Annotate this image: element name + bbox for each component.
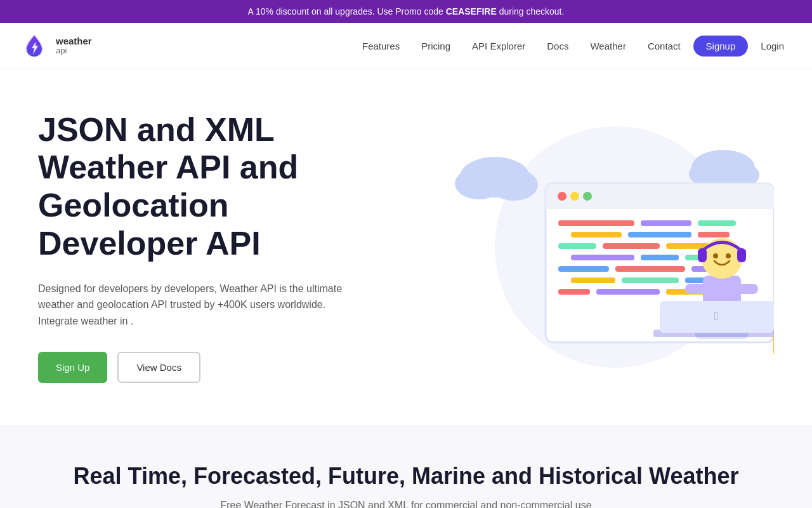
svg-point-37 <box>702 238 742 279</box>
logo-text: weather api <box>56 36 92 56</box>
svg-rect-24 <box>641 255 679 260</box>
bottom-subheading: Free Weather Forecast in JSON and XML fo… <box>25 500 787 508</box>
svg-rect-32 <box>558 289 590 295</box>
bottom-section: Real Time, Forecasted, Future, Marine an… <box>0 425 812 508</box>
svg-rect-33 <box>596 289 660 295</box>
svg-point-12 <box>570 192 579 201</box>
svg-rect-23 <box>571 255 634 260</box>
logo-name-bottom: api <box>56 46 92 55</box>
hero-buttons: Sign Up View Docs <box>38 352 368 383</box>
hero-svg:  <box>431 114 774 380</box>
nav-weather[interactable]: Weather <box>581 36 634 57</box>
svg-rect-17 <box>571 232 622 237</box>
svg-rect-41 <box>737 248 746 262</box>
svg-rect-20 <box>558 243 596 249</box>
svg-rect-40 <box>698 248 707 262</box>
svg-point-39 <box>726 253 731 258</box>
svg-point-4 <box>490 169 538 201</box>
promo-text-after: during checkout. <box>497 6 565 17</box>
hero-section: JSON and XML Weather API and Geolocation… <box>0 69 812 425</box>
svg-point-11 <box>558 192 566 201</box>
logo[interactable]: weather api <box>19 30 92 61</box>
hero-illustration:  <box>431 114 774 380</box>
svg-rect-15 <box>641 220 691 226</box>
svg-rect-26 <box>558 266 609 272</box>
svg-point-38 <box>713 253 718 258</box>
svg-rect-10 <box>546 197 774 209</box>
svg-rect-42 <box>685 284 707 294</box>
svg-point-13 <box>583 192 592 201</box>
nav-features[interactable]: Features <box>353 36 409 57</box>
nav-signup[interactable]: Signup <box>693 36 749 57</box>
nav-contact[interactable]: Contact <box>639 36 690 57</box>
svg-rect-30 <box>622 277 679 283</box>
nav-api-explorer[interactable]: API Explorer <box>463 36 534 57</box>
hero-text: JSON and XML Weather API and Geolocation… <box>38 111 368 384</box>
svg-rect-27 <box>615 266 685 272</box>
main-nav: Features Pricing API Explorer Docs Weath… <box>353 36 793 57</box>
svg-rect-19 <box>698 232 730 237</box>
logo-name-top: weather <box>56 36 92 47</box>
nav-pricing[interactable]: Pricing <box>412 36 459 57</box>
logo-icon <box>19 30 49 61</box>
signup-button[interactable]: Sign Up <box>38 352 107 383</box>
svg-rect-18 <box>628 232 691 237</box>
hero-description: Designed for developers by developers, W… <box>38 281 368 330</box>
nav-docs[interactable]: Docs <box>538 36 577 57</box>
bottom-heading: Real Time, Forecasted, Future, Marine an… <box>25 463 787 490</box>
svg-rect-14 <box>558 220 634 226</box>
svg-rect-29 <box>571 277 615 283</box>
promo-code: CEASEFIRE <box>446 6 497 17</box>
svg-rect-21 <box>603 243 660 249</box>
hero-heading: JSON and XML Weather API and Geolocation… <box>38 111 368 263</box>
view-docs-button[interactable]: View Docs <box>117 352 200 383</box>
svg-rect-16 <box>698 220 736 226</box>
promo-banner: A 10% discount on all upgrades. Use Prom… <box>0 0 812 23</box>
svg-text::  <box>714 310 719 323</box>
header: weather api Features Pricing API Explore… <box>0 23 812 69</box>
promo-text-before: A 10% discount on all upgrades. Use Prom… <box>248 6 446 17</box>
svg-rect-43 <box>736 284 758 294</box>
nav-login[interactable]: Login <box>752 36 793 57</box>
